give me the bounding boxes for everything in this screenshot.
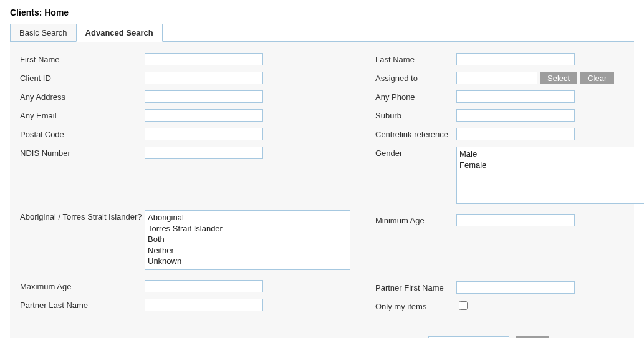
gender-option[interactable]: Female [458,160,644,171]
first-name-input[interactable] [145,53,263,65]
label-client-id: Client ID [20,72,145,83]
last-name-input[interactable] [456,53,575,65]
label-any-email: Any Email [20,109,145,120]
label-any-phone: Any Phone [375,90,456,102]
suburb-input[interactable] [456,109,575,122]
tab-advanced-search[interactable]: Advanced Search [76,24,163,42]
postal-code-input[interactable] [145,128,263,140]
select-button[interactable]: Select [540,72,577,84]
label-postal-code: Postal Code [20,128,145,139]
gender-listbox[interactable]: Male Female [456,147,644,204]
centrelink-ref-input[interactable] [456,128,575,140]
tab-basic-search[interactable]: Basic Search [10,24,77,42]
label-partner-first: Partner First Name [375,281,456,292]
label-suburb: Suburb [375,109,456,120]
clear-button[interactable]: Clear [580,72,614,84]
page-title: Clients: Home [10,7,634,17]
label-last-name: Last Name [375,53,456,64]
maximum-age-input[interactable] [145,280,263,292]
label-atsi: Aboriginal / Torres Strait Islander? [20,210,145,221]
label-maximum-age: Maximum Age [20,280,145,291]
label-minimum-age: Minimum Age [375,214,456,225]
label-centrelink-ref: Centrelink reference [375,128,456,139]
any-email-input[interactable] [145,109,263,122]
label-only-my-items: Only my items [375,300,456,311]
atsi-option[interactable]: Aboriginal [147,212,348,223]
partner-last-name-input[interactable] [145,299,263,311]
atsi-option[interactable]: Torres Strait Islander [147,223,348,234]
form-left-col: First Name Client ID Any Address Any Ema… [20,53,350,319]
label-ndis-number: NDIS Number [20,147,145,158]
atsi-listbox[interactable]: Aboriginal Torres Strait Islander Both N… [145,210,350,270]
atsi-option[interactable]: Neither [147,245,348,256]
atsi-option[interactable]: Unknown [147,256,348,267]
any-phone-input[interactable] [456,90,575,103]
form-right-col: Last Name Assigned to Select Clear Any P… [375,53,644,319]
tab-bar: Basic Search Advanced Search [10,24,634,42]
label-gender: Gender [375,147,456,158]
atsi-option[interactable]: Both [147,234,348,245]
label-partner-last: Partner Last Name [20,299,145,310]
partner-first-name-input[interactable] [456,281,575,294]
label-any-address: Any Address [20,90,145,102]
only-my-items-checkbox[interactable] [459,301,468,310]
client-id-input[interactable] [145,72,263,84]
search-panel: First Name Client ID Any Address Any Ema… [10,41,634,338]
assigned-to-input[interactable] [456,72,537,84]
ndis-number-input[interactable] [145,147,263,159]
minimum-age-input[interactable] [456,214,575,226]
label-first-name: First Name [20,53,145,64]
any-address-input[interactable] [145,90,263,103]
label-assigned-to: Assigned to [375,72,456,83]
gender-option[interactable]: Male [458,148,644,160]
